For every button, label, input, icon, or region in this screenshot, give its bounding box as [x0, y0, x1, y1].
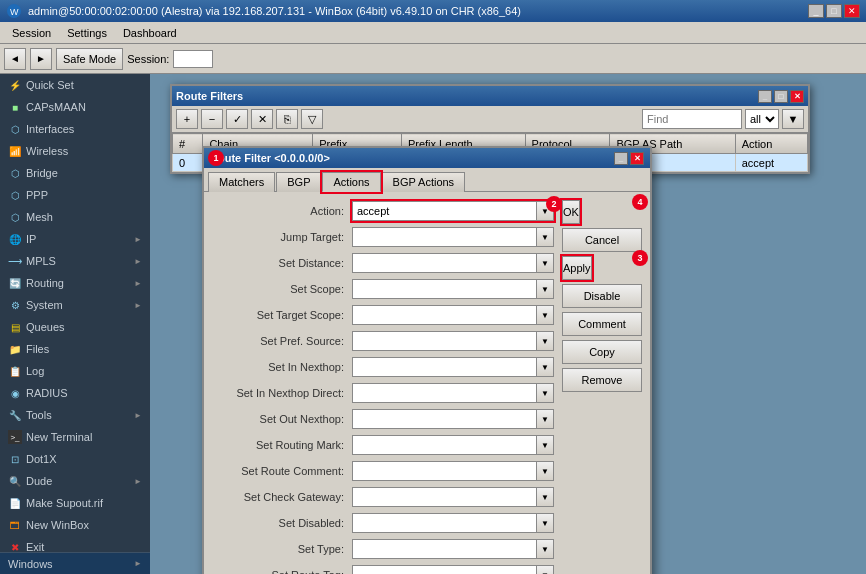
- maximize-button[interactable]: □: [826, 4, 842, 18]
- menu-dashboard[interactable]: Dashboard: [115, 25, 185, 41]
- set-in-nexthop-dropdown-btn[interactable]: ▼: [536, 357, 554, 377]
- ok-button[interactable]: OK: [562, 200, 580, 224]
- jump-target-dropdown-btn[interactable]: ▼: [536, 227, 554, 247]
- set-routing-mark-input[interactable]: [352, 435, 536, 455]
- forward-button[interactable]: ►: [30, 48, 52, 70]
- sidebar-item-make-supout[interactable]: 📄 Make Supout.rif: [0, 492, 150, 514]
- set-out-nexthop-row: Set Out Nexthop: ▼: [212, 408, 554, 430]
- set-route-comment-dropdown-btn[interactable]: ▼: [536, 461, 554, 481]
- sidebar-item-ip[interactable]: 🌐 IP ►: [0, 228, 150, 250]
- dude-icon: 🔍: [8, 474, 22, 488]
- set-scope-input[interactable]: [352, 279, 536, 299]
- set-routing-mark-dropdown-btn[interactable]: ▼: [536, 435, 554, 455]
- copy-tool-button[interactable]: ⎘: [276, 109, 298, 129]
- remove-action-button[interactable]: Remove: [562, 368, 642, 392]
- sidebar-item-dude[interactable]: 🔍 Dude ►: [0, 470, 150, 492]
- set-pref-source-input[interactable]: [352, 331, 536, 351]
- set-out-nexthop-dropdown-btn[interactable]: ▼: [536, 409, 554, 429]
- set-disabled-dropdown-btn[interactable]: ▼: [536, 513, 554, 533]
- sidebar-item-quick-set[interactable]: ⚡ Quick Set: [0, 74, 150, 96]
- cancel-button[interactable]: Cancel: [562, 228, 642, 252]
- route-filters-minimize[interactable]: _: [758, 90, 772, 103]
- session-input[interactable]: [173, 50, 213, 68]
- set-pref-source-dropdown-btn[interactable]: ▼: [536, 331, 554, 351]
- route-filters-close[interactable]: ✕: [790, 90, 804, 103]
- set-scope-dropdown-btn[interactable]: ▼: [536, 279, 554, 299]
- apply-button[interactable]: Apply: [562, 256, 592, 280]
- search-input[interactable]: [642, 109, 742, 129]
- route-filters-maximize[interactable]: □: [774, 90, 788, 103]
- sidebar-item-capsman[interactable]: ■ CAPsMAAN: [0, 96, 150, 118]
- tab-bgp[interactable]: BGP: [276, 172, 321, 192]
- set-distance-input[interactable]: [352, 253, 536, 273]
- remove-button[interactable]: −: [201, 109, 223, 129]
- set-routing-mark-label: Set Routing Mark:: [212, 439, 352, 451]
- close-button[interactable]: ✕: [844, 4, 860, 18]
- sidebar-item-files[interactable]: 📁 Files: [0, 338, 150, 360]
- sidebar-item-bridge[interactable]: ⬡ Bridge: [0, 162, 150, 184]
- set-in-nexthop-input[interactable]: [352, 357, 536, 377]
- sidebar-item-interfaces[interactable]: ⬡ Interfaces: [0, 118, 150, 140]
- dialog-title-buttons: _ ✕: [614, 152, 644, 165]
- set-type-input[interactable]: [352, 539, 536, 559]
- capsman-icon: ■: [8, 100, 22, 114]
- col-action[interactable]: Action: [735, 134, 807, 154]
- disable-button[interactable]: ✕: [251, 109, 273, 129]
- dialog-minimize[interactable]: _: [614, 152, 628, 165]
- comment-button[interactable]: Comment: [562, 312, 642, 336]
- set-type-dropdown-btn[interactable]: ▼: [536, 539, 554, 559]
- ppp-icon: ⬡: [8, 188, 22, 202]
- sidebar-item-mpls[interactable]: ⟶ MPLS ►: [0, 250, 150, 272]
- sidebar-item-log[interactable]: 📋 Log: [0, 360, 150, 382]
- content-area: Route Filters _ □ ✕ + − ✓ ✕ ⎘ ▽ all: [150, 74, 866, 574]
- dialog-close[interactable]: ✕: [630, 152, 644, 165]
- sidebar-item-dot1x[interactable]: ⊡ Dot1X: [0, 448, 150, 470]
- sidebar-item-radius[interactable]: ◉ RADIUS: [0, 382, 150, 404]
- jump-target-input[interactable]: [352, 227, 536, 247]
- tab-bgp-actions[interactable]: BGP Actions: [382, 172, 466, 192]
- action-label: Action:: [212, 205, 352, 217]
- sidebar-item-new-terminal[interactable]: >_ New Terminal: [0, 426, 150, 448]
- set-target-scope-input[interactable]: [352, 305, 536, 325]
- set-distance-row: Set Distance: ▼: [212, 252, 554, 274]
- ip-icon: 🌐: [8, 232, 22, 246]
- set-check-gateway-dropdown-btn[interactable]: ▼: [536, 487, 554, 507]
- tab-actions[interactable]: Actions: [322, 172, 380, 192]
- windows-arrow: ►: [134, 559, 142, 568]
- safe-mode-button[interactable]: Safe Mode: [56, 48, 123, 70]
- copy-button[interactable]: Copy: [562, 340, 642, 364]
- set-disabled-input[interactable]: [352, 513, 536, 533]
- set-target-scope-dropdown-btn[interactable]: ▼: [536, 305, 554, 325]
- disable-button[interactable]: Disable: [562, 284, 642, 308]
- set-route-comment-input[interactable]: [352, 461, 536, 481]
- sidebar-item-queues[interactable]: ▤ Queues: [0, 316, 150, 338]
- set-route-tag-dropdown-btn[interactable]: ▼: [536, 565, 554, 574]
- filter-button[interactable]: ▽: [301, 109, 323, 129]
- add-button[interactable]: +: [176, 109, 198, 129]
- mpls-icon: ⟶: [8, 254, 22, 268]
- sidebar-item-tools[interactable]: 🔧 Tools ►: [0, 404, 150, 426]
- set-in-nexthop-direct-input[interactable]: [352, 383, 536, 403]
- set-distance-dropdown-btn[interactable]: ▼: [536, 253, 554, 273]
- filter-select[interactable]: all: [745, 109, 779, 129]
- windows-section[interactable]: Windows ►: [0, 552, 150, 574]
- set-out-nexthop-input[interactable]: [352, 409, 536, 429]
- menu-settings[interactable]: Settings: [59, 25, 115, 41]
- sidebar-item-system[interactable]: ⚙ System ►: [0, 294, 150, 316]
- menu-session[interactable]: Session: [4, 25, 59, 41]
- sidebar-item-mesh[interactable]: ⬡ Mesh: [0, 206, 150, 228]
- set-route-tag-input[interactable]: [352, 565, 536, 574]
- sidebar-item-new-winbox[interactable]: 🗔 New WinBox: [0, 514, 150, 536]
- sidebar-item-wireless[interactable]: 📶 Wireless: [0, 140, 150, 162]
- col-num[interactable]: #: [173, 134, 203, 154]
- sidebar-item-ppp[interactable]: ⬡ PPP: [0, 184, 150, 206]
- search-expand-button[interactable]: ▼: [782, 109, 804, 129]
- set-check-gateway-input[interactable]: [352, 487, 536, 507]
- set-in-nexthop-direct-dropdown-btn[interactable]: ▼: [536, 383, 554, 403]
- tab-matchers[interactable]: Matchers: [208, 172, 275, 192]
- back-button[interactable]: ◄: [4, 48, 26, 70]
- enable-button[interactable]: ✓: [226, 109, 248, 129]
- sidebar-item-routing[interactable]: 🔄 Routing ►: [0, 272, 150, 294]
- minimize-button[interactable]: _: [808, 4, 824, 18]
- action-input[interactable]: [352, 201, 536, 221]
